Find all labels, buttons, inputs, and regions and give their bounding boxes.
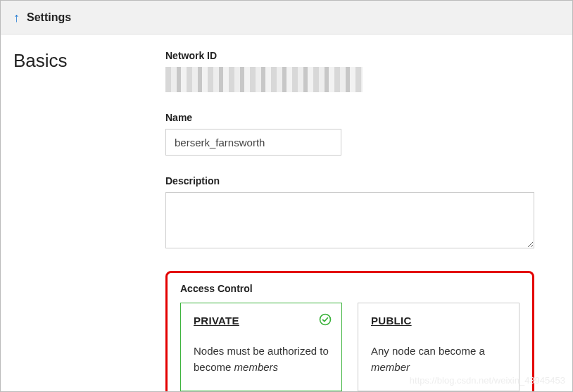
access-control-highlight-box: Access Control PRIVATE Nodes must be aut…: [165, 271, 534, 392]
content-area: Basics Network ID Name Description Acces…: [1, 34, 572, 392]
description-label: Description: [165, 175, 534, 186]
name-label: Name: [165, 112, 534, 123]
network-id-group: Network ID: [165, 50, 534, 92]
description-group: Description: [165, 175, 534, 251]
watermark-text: https://blog.csdn.net/weixin_43945453: [410, 375, 565, 386]
header-title: Settings: [27, 11, 71, 24]
name-input[interactable]: [165, 129, 341, 156]
check-circle-icon: [319, 313, 332, 326]
private-desc: Nodes must be authorized to become membe…: [194, 343, 329, 375]
public-desc: Any node can become a member: [371, 343, 506, 375]
network-id-label: Network ID: [165, 50, 534, 61]
public-title: PUBLIC: [371, 315, 506, 327]
name-group: Name: [165, 112, 534, 156]
up-arrow-icon[interactable]: ↑: [13, 11, 20, 24]
description-textarea[interactable]: [165, 192, 534, 248]
section-title-basics: Basics: [13, 50, 154, 72]
left-column: Basics: [13, 50, 154, 392]
network-id-value-redacted: [165, 67, 363, 92]
svg-point-0: [320, 315, 331, 325]
access-option-private[interactable]: PRIVATE Nodes must be authorized to beco…: [180, 303, 342, 391]
right-column: Network ID Name Description Access Contr…: [154, 50, 560, 392]
settings-header: ↑ Settings: [1, 1, 572, 34]
private-title: PRIVATE: [194, 315, 329, 327]
access-control-label: Access Control: [180, 283, 520, 294]
